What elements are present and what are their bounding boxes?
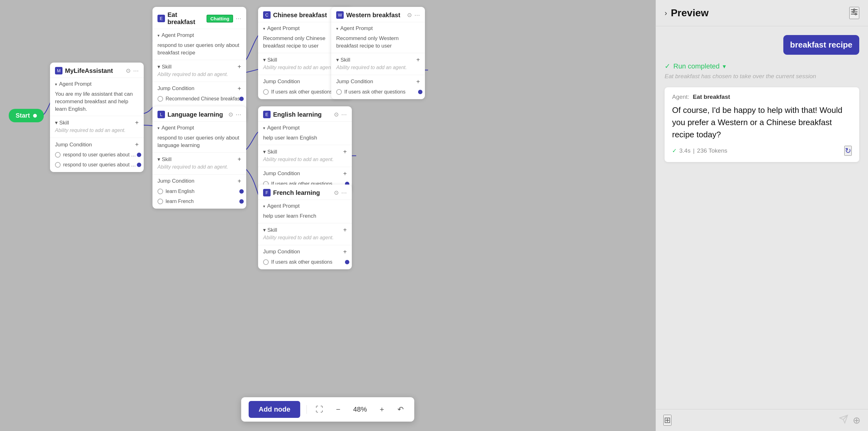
jump-item-2-mylifeassistant: respond to user queries about … — [55, 161, 139, 169]
agent-meta: ✓ 3.4s | 236 Tokens ↻ — [672, 146, 852, 156]
jump-section-frenchlearning: Jump Condition + If users ask other ques… — [258, 245, 352, 269]
skill-section-languagelearning: ▾ Skill + Ability required to add an age… — [153, 152, 246, 174]
node-header-englishlearning: E English learning ⊙ ⋯ — [258, 106, 352, 122]
node-icon-mylifeassistant: M — [55, 67, 62, 75]
node-settings-englishlearning[interactable]: ⊙ — [334, 111, 339, 118]
agent-prompt-body-mylifeassistant: You are my life assistant that can recom… — [50, 89, 144, 116]
jump-add-englishlearning[interactable]: + — [343, 170, 347, 177]
node-menu-frenchlearning[interactable]: ⋯ — [341, 189, 347, 196]
node-menu-languagelearning[interactable]: ⋯ — [236, 111, 241, 118]
node-title-chinesebreakfast: Chinese breakfast — [273, 11, 327, 19]
zoom-out-button[interactable]: − — [332, 403, 344, 416]
agent-response-card: Agent: Eat breakfast Of course, I'd be h… — [664, 87, 859, 162]
svg-point-2 — [854, 9, 855, 11]
skill-section-englishlearning: ▾ Skill + Ability required to add an age… — [258, 145, 352, 167]
node-header-languagelearning: L Language learning ⊙ ⋯ — [153, 106, 246, 122]
agent-prompt-body-languagelearning: respond to user queries only about langu… — [153, 133, 246, 152]
node-header-frenchlearning: F French learning ⊙ ⋯ — [258, 184, 352, 200]
node-icon-frenchlearning: F — [263, 189, 271, 196]
send-button[interactable] — [839, 414, 848, 426]
node-title-westernbreakfast: Western breakfast — [346, 11, 400, 19]
node-menu-englishlearning[interactable]: ⋯ — [341, 111, 347, 118]
canvas-area[interactable]: Start M MyLifeAssistant ⊙ ⋯ ▾ Agent Prom… — [0, 0, 655, 431]
preview-body: breakfast recipe ✓ Run completed ▾ Eat b… — [656, 26, 868, 409]
check-icon: ✓ — [672, 147, 677, 154]
node-settings-frenchlearning[interactable]: ⊙ — [334, 189, 339, 196]
zoom-in-button[interactable]: + — [376, 403, 388, 416]
agent-prompt-body-englishlearning: help user learn English — [258, 133, 352, 145]
node-icon-eatbreakfast: E — [157, 15, 165, 22]
run-status-subtext: Eat breakfast has chosen to take over th… — [664, 73, 859, 80]
jump-item-1-westernbreakfast: If users ask other questions — [336, 88, 420, 96]
preview-header: › Preview — [656, 0, 868, 26]
node-mylifeassistant: M MyLifeAssistant ⊙ ⋯ ▾ Agent Prompt You… — [50, 62, 144, 172]
jump-item-1-frenchlearning: If users ask other questions — [263, 258, 347, 266]
jump-add-mylifeassistant[interactable]: + — [135, 141, 139, 148]
start-node: Start — [9, 109, 44, 122]
node-header-westernbreakfast: W Western breakfast ⊙ ⋯ — [331, 7, 425, 22]
add-node-button[interactable]: Add node — [249, 401, 300, 418]
jump-add-eatbreakfast[interactable]: + — [238, 85, 241, 92]
node-eatbreakfast: E Eat breakfast Chatting ⋯ ▾ Agent Promp… — [153, 7, 246, 122]
node-title-frenchlearning: French learning — [273, 189, 320, 196]
agent-prompt-header-englishlearning: ▾ Agent Prompt — [258, 122, 352, 133]
refresh-button[interactable]: ↻ — [844, 146, 852, 156]
agent-label: Agent: Eat breakfast — [672, 93, 852, 100]
node-menu-mylifeassistant[interactable]: ⋯ — [133, 67, 139, 74]
agent-name: Eat breakfast — [693, 93, 730, 100]
agent-prompt-header-languagelearning: ▾ Agent Prompt — [153, 122, 246, 133]
skill-add-westernbreakfast[interactable]: + — [416, 56, 420, 63]
skill-add-languagelearning[interactable]: + — [238, 156, 241, 163]
jump-item-1-languagelearning: learn English — [157, 188, 241, 196]
agent-prompt-header-frenchlearning: ▾ Agent Prompt — [258, 200, 352, 211]
run-status-section: ✓ Run completed ▾ Eat breakfast has chos… — [664, 62, 859, 80]
jump-add-languagelearning[interactable]: + — [238, 178, 241, 185]
skill-add-englishlearning[interactable]: + — [343, 148, 347, 155]
add-attachment-button[interactable]: ⊕ — [853, 415, 861, 426]
node-icon-languagelearning: L — [157, 111, 165, 118]
node-frenchlearning: F French learning ⊙ ⋯ ▾ Agent Prompt hel… — [258, 184, 352, 269]
node-westernbreakfast: W Western breakfast ⊙ ⋯ ▾ Agent Prompt R… — [331, 7, 425, 99]
jump-item-1-eatbreakfast: Recommended Chinese breakfast — [157, 95, 241, 103]
agent-prompt-body-westernbreakfast: Recommend only Western breakfast recipe … — [331, 33, 425, 53]
input-icon-button[interactable]: ⊞ — [663, 415, 672, 426]
preview-title: Preview — [671, 7, 709, 19]
node-settings-mylifeassistant[interactable]: ⊙ — [126, 67, 131, 74]
start-dot — [33, 114, 37, 118]
node-settings-languagelearning[interactable]: ⊙ — [228, 111, 233, 118]
jump-item-1-mylifeassistant: respond to user queries about … — [55, 151, 139, 159]
zoom-level: 48% — [350, 405, 369, 413]
skill-add-frenchlearning[interactable]: + — [343, 226, 347, 234]
skill-add-mylifeassistant[interactable]: + — [135, 119, 139, 126]
run-status-indicator[interactable]: ✓ Run completed ▾ — [664, 62, 859, 70]
skill-section-eatbreakfast: ▾ Skill + Ability required to add an age… — [153, 60, 246, 82]
node-icon-chinesebreakfast: C — [263, 11, 271, 19]
node-menu-westernbreakfast[interactable]: ⋯ — [414, 11, 420, 19]
svg-point-5 — [853, 11, 854, 13]
run-status-chevron[interactable]: ▾ — [723, 62, 726, 70]
jump-add-westernbreakfast[interactable]: + — [416, 78, 420, 85]
undo-button[interactable]: ↶ — [394, 403, 407, 416]
skill-section-frenchlearning: ▾ Skill + Ability required to add an age… — [258, 223, 352, 245]
agent-prompt-body-frenchlearning: help user learn French — [258, 211, 352, 223]
node-title-eatbreakfast: Eat breakfast — [167, 11, 207, 26]
node-title-languagelearning: Language learning — [167, 111, 223, 118]
fit-view-button[interactable]: ⛶ — [313, 403, 326, 416]
agent-prompt-header-westernbreakfast: ▾ Agent Prompt — [331, 22, 425, 33]
start-label: Start — [16, 112, 30, 119]
preview-settings-button[interactable] — [849, 7, 859, 19]
node-settings-westernbreakfast[interactable]: ⊙ — [407, 11, 412, 19]
preview-collapse-button[interactable]: › — [664, 9, 667, 18]
agent-tokens: 236 Tokens — [697, 147, 727, 154]
node-title-mylifeassistant: MyLifeAssistant — [65, 67, 113, 75]
node-menu-eatbreakfast[interactable]: ⋯ — [236, 15, 241, 22]
agent-prompt-header-eatbreakfast: ▾ Agent Prompt — [153, 29, 246, 40]
skill-section-westernbreakfast: ▾ Skill + Ability required to add an age… — [331, 53, 425, 75]
skill-add-eatbreakfast[interactable]: + — [238, 63, 241, 70]
bottom-toolbar: Add node ⛶ − 48% + ↶ — [241, 397, 414, 422]
preview-text-input[interactable] — [676, 416, 835, 425]
jump-add-frenchlearning[interactable]: + — [343, 248, 347, 256]
jump-section-mylifeassistant: Jump Condition + respond to user queries… — [50, 138, 144, 172]
jump-item-2-languagelearning: learn French — [157, 197, 241, 205]
agent-message: Of course, I'd be happy to help with tha… — [672, 104, 852, 141]
